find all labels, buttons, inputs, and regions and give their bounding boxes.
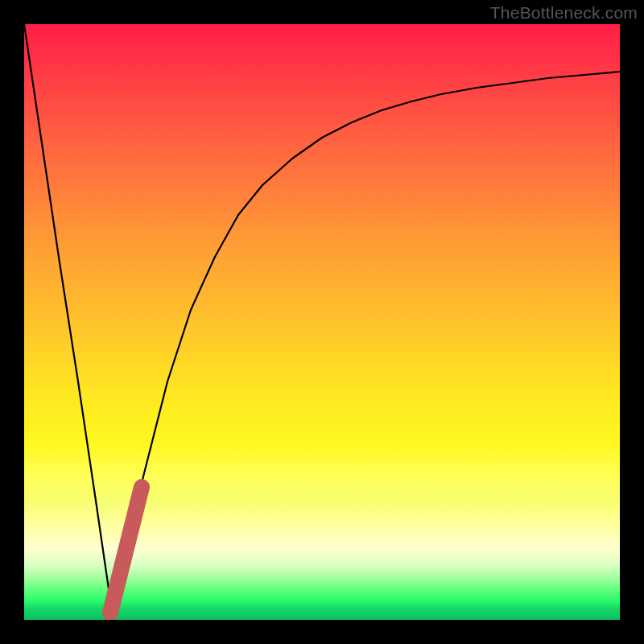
bottleneck-curve xyxy=(24,24,620,611)
watermark-text: TheBottleneck.com xyxy=(490,3,638,23)
plot-area xyxy=(24,24,620,620)
chart-svg xyxy=(24,24,620,620)
current-marker xyxy=(110,487,142,613)
chart-frame: TheBottleneck.com xyxy=(0,0,644,644)
